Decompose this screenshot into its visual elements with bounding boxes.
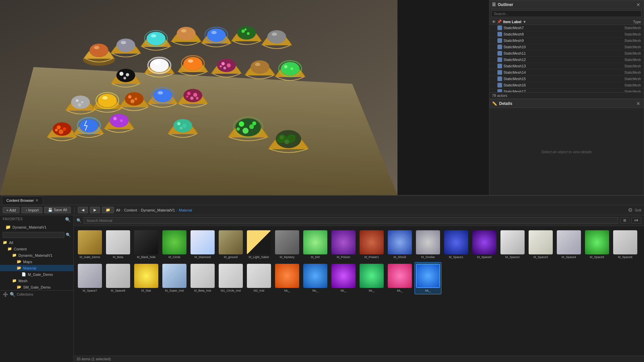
- content-browser-panel: Content Browser ✕ + Add ↑ Import 💾 Save …: [0, 195, 644, 362]
- tree-icon: 📄: [21, 272, 26, 277]
- asset-item[interactable]: M1_Circle_Inst: [217, 262, 244, 294]
- asset-item[interactable]: M_Light_Saber: [246, 229, 272, 261]
- asset-item[interactable]: M_Mystery: [274, 229, 301, 261]
- favorites-search-button[interactable]: 🔍: [65, 217, 71, 222]
- asset-item[interactable]: M_Poison: [330, 229, 357, 261]
- breadcrumb-item[interactable]: Material: [179, 208, 192, 212]
- asset-item[interactable]: M_Dirt: [302, 229, 329, 261]
- outliner-header: ☰ Outliner ✕: [489, 0, 644, 9]
- asset-item[interactable]: M_Space4: [555, 229, 582, 261]
- asset-item[interactable]: M_Power1: [358, 229, 385, 261]
- asset-item[interactable]: M_Space2: [499, 229, 526, 261]
- asset-item[interactable]: ML_: [330, 262, 357, 294]
- sidebar-tree-item[interactable]: 📄 M_Gate_Demo: [0, 271, 73, 278]
- sidebar-tree-item[interactable]: 📁 Mesh: [0, 278, 73, 284]
- filter-button[interactable]: ⊞: [620, 217, 629, 224]
- outliner-list-item[interactable]: StaticMesh12 StaticMesh: [489, 57, 644, 63]
- asset-item[interactable]: M_Space3: [527, 229, 554, 261]
- viewport[interactable]: [0, 0, 397, 195]
- outliner-list-item[interactable]: StaticMesh11 StaticMesh: [489, 50, 644, 57]
- asset-item[interactable]: M_Diamond: [189, 229, 216, 261]
- outliner-list-item[interactable]: StaticMesh16 StaticMesh: [489, 82, 644, 88]
- asset-item[interactable]: M_Space1: [443, 229, 470, 261]
- content-browser-settings-button[interactable]: ⚙: [628, 207, 633, 213]
- asset-item[interactable]: M2_Inst: [246, 262, 272, 294]
- asset-label: M_Super_Inst: [165, 289, 184, 293]
- asset-item[interactable]: M_Circle: [161, 229, 188, 261]
- asset-thumbnail: [275, 264, 299, 288]
- svg-point-59: [135, 98, 137, 100]
- asset-item[interactable]: M_Beta_Inst: [189, 262, 216, 294]
- outliner-close-button[interactable]: ✕: [636, 2, 641, 7]
- mesh-icon: [497, 51, 502, 56]
- sidebar-tree-item[interactable]: 📁 Content: [0, 246, 73, 252]
- svg-point-73: [63, 127, 66, 131]
- asset-item[interactable]: M_Space5: [584, 229, 610, 261]
- asset-item[interactable]: M_Shock: [386, 229, 413, 261]
- breadcrumb-item[interactable]: All: [116, 208, 120, 212]
- asset-label: ML_: [369, 289, 375, 293]
- asset-item[interactable]: ML_: [415, 262, 441, 294]
- sidebar-tree-item[interactable]: 📁 Dynamic_MaterialV1: [0, 252, 73, 258]
- outliner-list-item[interactable]: StaticMesh17 StaticMesh: [489, 88, 644, 92]
- sort-button[interactable]: ≡▾: [631, 217, 641, 224]
- asset-item[interactable]: M_Space0: [471, 229, 498, 261]
- asset-item[interactable]: M_Space7: [76, 262, 103, 294]
- asset-thumbnail: [78, 264, 102, 288]
- collections-search-button[interactable]: 🔍: [10, 292, 15, 297]
- asset-thumbnail: [388, 264, 412, 288]
- breadcrumb-item[interactable]: Content: [124, 208, 137, 212]
- import-button[interactable]: ↑ Import: [21, 207, 42, 213]
- sidebar-search-icon[interactable]: 🔍: [66, 233, 71, 237]
- outliner-search-input[interactable]: [491, 10, 642, 17]
- sidebar-tree-item[interactable]: 📂 SM_Gate_Demo: [0, 284, 73, 290]
- asset-item[interactable]: M_Star: [133, 262, 160, 294]
- content-browser-tab[interactable]: Content Browser ✕: [2, 196, 43, 204]
- outliner-list[interactable]: StaticMesh7 StaticMesh StaticMesh8 Stati…: [489, 25, 644, 92]
- outliner-list-item[interactable]: StaticMesh13 StaticMesh: [489, 63, 644, 69]
- sidebar-tree-item[interactable]: 📂 Maps: [0, 258, 73, 265]
- forward-button[interactable]: ▶: [90, 207, 100, 213]
- content-browser-tab-close[interactable]: ✕: [35, 198, 39, 203]
- outliner-list-item[interactable]: StaticMesh15 StaticMesh: [489, 76, 644, 82]
- svg-point-89: [239, 121, 244, 127]
- add-button[interactable]: + Add: [3, 207, 19, 213]
- asset-item[interactable]: ML_: [386, 262, 413, 294]
- favorites-item-dynamic-material[interactable]: 📁 Dynamic_MaterialV1: [0, 224, 73, 231]
- outliner-list-item[interactable]: StaticMesh10 StaticMesh: [489, 44, 644, 50]
- sidebar-tree-item[interactable]: 📂 Material: [0, 265, 73, 271]
- asset-item[interactable]: M_black_hole: [133, 229, 160, 261]
- asset-item[interactable]: ML_: [274, 262, 301, 294]
- mesh-icon: [497, 64, 502, 68]
- collections-add-button[interactable]: ➕: [3, 292, 8, 297]
- asset-item[interactable]: ML_: [358, 262, 385, 294]
- outliner-column-headers: 👁 📌 Item Label ▼ Type: [489, 19, 644, 25]
- svg-point-81: [113, 117, 117, 120]
- asset-item[interactable]: M_Smoke: [415, 229, 441, 261]
- folder-nav-button[interactable]: 📁: [102, 207, 114, 213]
- save-all-button[interactable]: 💾 Save All: [44, 207, 71, 213]
- asset-thumbnail: [303, 230, 327, 254]
- asset-item[interactable]: ML_: [302, 262, 329, 294]
- sidebar-search-input[interactable]: [3, 232, 64, 238]
- search-material-input[interactable]: [84, 217, 618, 224]
- asset-thumbnail: [303, 264, 327, 288]
- breadcrumb-separator: ›: [138, 208, 140, 212]
- asset-label: M_Dirt: [311, 255, 320, 259]
- outliner-list-item[interactable]: StaticMesh9 StaticMesh: [489, 38, 644, 44]
- asset-item[interactable]: M_Space6: [612, 229, 639, 261]
- outliner-list-item[interactable]: StaticMesh7 StaticMesh: [489, 25, 644, 31]
- details-close-button[interactable]: ✕: [636, 101, 641, 106]
- asset-item[interactable]: M_Beta: [105, 229, 131, 261]
- back-button[interactable]: ◀: [78, 207, 88, 213]
- outliner-list-item[interactable]: StaticMesh14 StaticMesh: [489, 69, 644, 76]
- asset-item[interactable]: M_Gate_Demo: [76, 229, 103, 261]
- asset-thumbnail: [219, 230, 243, 254]
- breadcrumb-item[interactable]: Dynamic_MaterialV1: [141, 208, 175, 212]
- asset-item[interactable]: M_ground: [217, 229, 244, 261]
- asset-item[interactable]: M_Super_Inst: [161, 262, 188, 294]
- svg-point-91: [243, 128, 249, 134]
- sidebar-tree-item[interactable]: 📁 All: [0, 239, 73, 246]
- asset-item[interactable]: M_Space8: [105, 262, 131, 294]
- outliner-list-item[interactable]: StaticMesh8 StaticMesh: [489, 31, 644, 38]
